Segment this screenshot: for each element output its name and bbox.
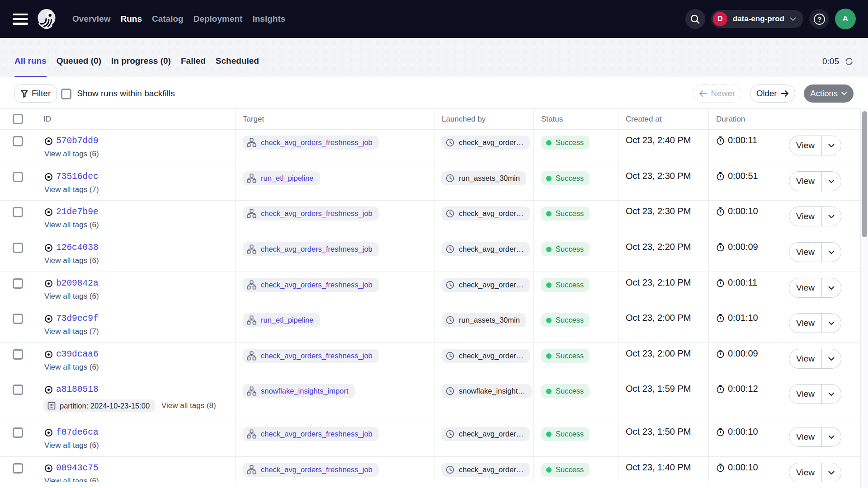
svg-text:?: ? bbox=[817, 15, 821, 23]
